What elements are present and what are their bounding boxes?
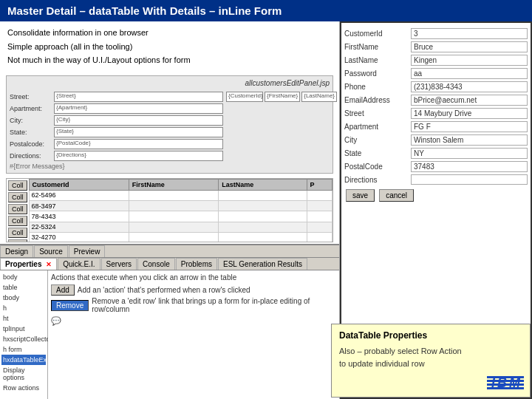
cell-fname — [129, 190, 219, 200]
cell-id: 78-4343 — [29, 211, 129, 222]
table-row[interactable]: 22-5324 — [29, 222, 332, 232]
cancel-button[interactable]: cancel — [379, 189, 414, 202]
tab-console[interactable]: Console — [137, 258, 175, 270]
cursor-pos: 💬 — [51, 316, 336, 326]
table-row[interactable]: 68-3497 — [29, 201, 332, 211]
remove-desc-text: Remove a 'edit row' link that brings up … — [92, 297, 336, 313]
cell-p — [307, 232, 332, 242]
detail-label-password: Password — [344, 69, 411, 78]
detail-label-apartment: Apartment — [344, 123, 411, 131]
form-input-lname[interactable]: {LastName} — [301, 92, 337, 102]
detail-label-street: Street — [344, 109, 411, 117]
tab-servers[interactable]: Servers — [101, 258, 137, 270]
detail-label-email: EmailAddress — [344, 96, 411, 104]
tab-design[interactable]: Design — [0, 245, 33, 257]
detail-buttons: save cancel — [344, 188, 528, 203]
col-header-id: CustomerId — [29, 179, 129, 190]
detail-label-city: City — [344, 136, 411, 144]
sidebar-item-ht[interactable]: ht — [1, 313, 46, 324]
table-row[interactable]: 32-4270 — [29, 232, 332, 242]
detail-value-firstname: Bruce — [411, 41, 528, 52]
col-header-lname: LastName — [219, 179, 307, 190]
detail-value-password: aa — [411, 68, 528, 79]
coll-button-2[interactable]: Coll — [8, 192, 27, 202]
desc-line-3: Not much in the way of U.I./Layout optio… — [7, 54, 332, 67]
table-with-buttons: Coll Coll Coll Coll Coll Coll Coll Coll … — [7, 179, 332, 242]
save-button[interactable]: save — [346, 189, 375, 202]
tab-properties[interactable]: Properties ✕ — [0, 258, 57, 270]
tab-source[interactable]: Source — [34, 245, 68, 257]
sidebar-item-tbody[interactable]: tbody — [1, 293, 46, 303]
cell-p — [307, 190, 332, 200]
detail-row-apartment: Apartment FG F — [344, 121, 528, 132]
cell-id: 32-4270 — [29, 232, 129, 242]
form-input-city[interactable]: {City} — [54, 115, 223, 126]
form-input-state[interactable]: {State} — [54, 127, 223, 137]
detail-label-state: State — [344, 149, 411, 157]
description: Consolidate information in one browser S… — [0, 21, 339, 72]
desc-line-1: Consolidate information in one browser — [7, 27, 332, 40]
detail-value-directions — [411, 174, 528, 185]
info-box-title: DataTable Properties — [339, 330, 522, 341]
tab-problems[interactable]: Problems — [176, 258, 217, 270]
tab-esl[interactable]: ESL Generation Results — [218, 258, 307, 270]
form-input-directions[interactable]: {Directions} — [54, 151, 223, 161]
tab-quickei[interactable]: Quick.E.I. — [58, 258, 100, 270]
props-tab-bar: Properties ✕ Quick.E.I. Servers Console … — [0, 258, 339, 270]
form-input-street[interactable]: {Street} — [54, 92, 223, 102]
sidebar-item-rowactions[interactable]: Row actions — [1, 383, 46, 393]
right-panel-inner: CustomerId 3 FirstName Bruce LastName Ki… — [341, 23, 531, 206]
form-col-right: {CustomerId} {FirstName} {LastName} — [226, 90, 330, 170]
detail-value-apartment: FG F — [411, 121, 528, 132]
add-action-button[interactable]: Add — [51, 284, 75, 296]
form-label-state: State: — [10, 129, 54, 136]
sidebar-item-hxdatable[interactable]: hxdataTableEx — [1, 355, 46, 365]
coll-button-1[interactable]: Coll — [8, 180, 27, 191]
remove-action-button[interactable]: Remove — [51, 300, 89, 311]
coll-button-4[interactable]: Coll — [8, 216, 27, 226]
table-container: Coll Coll Coll Coll Coll Coll Coll Coll … — [6, 178, 333, 242]
svg-rect-2 — [487, 383, 524, 386]
coll-button-5[interactable]: Coll — [8, 228, 27, 238]
form-label-directions: Directions: — [10, 152, 54, 160]
tab-bar: Design Source Preview — [0, 245, 339, 258]
detail-row-postalcode: PostalCode 37483 — [344, 161, 528, 172]
cell-fname — [129, 211, 219, 222]
form-col-left: Street: {Street} Apartment: {Apartment} … — [10, 90, 223, 170]
tab-preview[interactable]: Preview — [69, 245, 106, 257]
sidebar-item-hxscript[interactable]: hxscriptCollecto — [1, 334, 46, 344]
sidebar-item-table[interactable]: table — [1, 282, 46, 293]
sidebar-item-body[interactable]: body — [1, 272, 46, 282]
sidebar-item-h[interactable]: h — [1, 303, 46, 313]
form-label-city: City: — [10, 117, 54, 124]
sidebar-item-tplInput[interactable]: tplInput — [1, 324, 46, 334]
detail-value-postalcode: 37483 — [411, 161, 528, 172]
col-header-fname: FirstName — [129, 179, 219, 190]
cell-p — [307, 201, 332, 211]
left-panel: Consolidate information in one browser S… — [0, 21, 340, 399]
add-desc-text: Add an 'action' that's performed when a … — [78, 286, 250, 294]
coll-button-3[interactable]: Coll — [8, 204, 27, 214]
detail-label-customerid: CustomerId — [344, 30, 411, 38]
table-row[interactable]: 78-4343 — [29, 211, 332, 222]
form-preview-content: Street: {Street} Apartment: {Apartment} … — [10, 90, 330, 170]
sidebar-item-hform[interactable]: h form — [1, 344, 46, 355]
tab-close-icon[interactable]: ✕ — [46, 261, 52, 268]
detail-label-directions: Directions — [344, 176, 411, 184]
info-box: DataTable Properties Also – probably sel… — [331, 324, 531, 398]
cell-lname — [219, 201, 307, 211]
detail-value-street: 14 Maybury Drive — [411, 108, 528, 119]
coll-button-6[interactable]: Coll — [8, 239, 27, 242]
form-input-id[interactable]: {CustomerId} — [226, 92, 263, 102]
sidebar-item-display[interactable]: Display options — [1, 365, 46, 383]
col-header-p: P — [307, 179, 332, 190]
form-row-id: {CustomerId} {FirstName} {LastName} — [226, 92, 330, 102]
svg-rect-3 — [487, 387, 524, 389]
form-input-fname[interactable]: {FirstName} — [265, 92, 300, 102]
main-table: CustomerId FirstName LastName P 62-5496 — [29, 179, 332, 242]
form-row-directions: Directions: {Directions} — [10, 151, 223, 161]
form-input-apartment[interactable]: {Apartment} — [54, 103, 223, 114]
bottom-panel: Design Source Preview Properties ✕ Quick… — [0, 244, 339, 399]
form-input-postalcode[interactable]: {PostalCode} — [54, 139, 223, 149]
table-row[interactable]: 62-5496 — [29, 190, 332, 200]
